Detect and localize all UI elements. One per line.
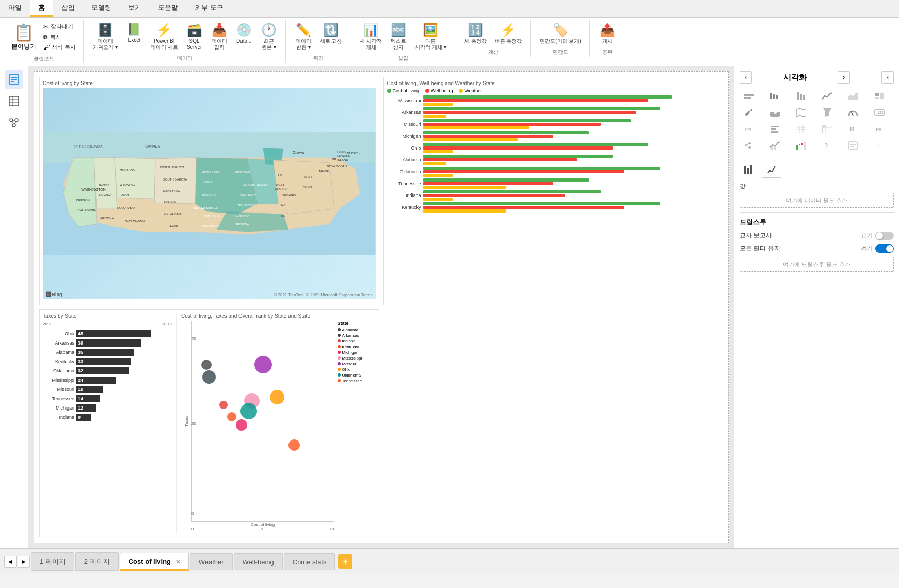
- tab-page-2[interactable]: 2 페이지: [75, 552, 119, 571]
- viz-waterfall[interactable]: [792, 138, 810, 153]
- viz-r-script[interactable]: R: [844, 122, 862, 136]
- bubble-dot: [270, 390, 284, 404]
- svg-text:WEST: WEST: [276, 183, 285, 186]
- map-chart[interactable]: Cost of living by State: [39, 77, 379, 305]
- ribbon-tab-view[interactable]: 보기: [120, 0, 150, 17]
- ribbon-group-share: 📤 게시 공유: [591, 20, 624, 57]
- viz-kpi[interactable]: KPI: [740, 122, 758, 136]
- viz-funnel[interactable]: [818, 105, 837, 120]
- format-visual-icon[interactable]: [762, 161, 781, 178]
- viz-ellipsis[interactable]: ···: [870, 138, 889, 153]
- bubble-legend-item: Tennessee: [338, 379, 376, 383]
- transform-data-button[interactable]: ✏️ 데이터변환 ▾: [292, 21, 315, 53]
- ribbon-tab-insert[interactable]: 삽입: [53, 0, 83, 17]
- viz-qa[interactable]: ?: [818, 138, 837, 153]
- get-data-button[interactable]: 🗄️ 데이터가져오기 ▾: [90, 21, 121, 53]
- viz-map[interactable]: [792, 105, 810, 120]
- taxes-chart[interactable]: Taxes by State 20% 100% Ohio 45 Arkansas…: [39, 309, 379, 538]
- refresh-button[interactable]: 🔃 새로 고침: [317, 21, 345, 46]
- sql-button[interactable]: 🗃️ SQLServer: [183, 21, 206, 53]
- svg-text:MISSISSIPPI: MISSISSIPPI: [201, 224, 220, 227]
- tab-close-button[interactable]: ✕: [176, 559, 180, 565]
- add-tab-button[interactable]: +: [338, 554, 352, 569]
- panel-collapse-button[interactable]: ‹: [881, 71, 894, 84]
- data-input-button[interactable]: 📥 데이터입력: [208, 21, 231, 53]
- copy-button[interactable]: ⧉ 복사: [41, 32, 78, 42]
- tab-page-1[interactable]: 1 페이지: [31, 552, 74, 571]
- sensitivity-button[interactable]: 🏷️ 민감도(미리 보기): [537, 21, 584, 46]
- svg-rect-86: [771, 128, 776, 130]
- panel-prev-button[interactable]: ‹: [740, 71, 752, 84]
- excel-icon: 📗: [127, 23, 141, 36]
- viz-card[interactable]: 123: [870, 105, 889, 120]
- svg-point-117: [769, 170, 771, 172]
- drill-field-add[interactable]: 여기에 드릴스루 필드 추가: [740, 257, 894, 272]
- viz-slicer[interactable]: [766, 122, 784, 136]
- viz-table[interactable]: [792, 122, 810, 136]
- svg-line-103: [747, 145, 749, 148]
- bar-state-label: Indiana: [387, 193, 423, 198]
- ribbon-tab-file[interactable]: 파일: [0, 0, 30, 17]
- dataverse-button[interactable]: 💿 Data...: [233, 21, 255, 46]
- bar-state-label: Alabama: [387, 157, 423, 162]
- svg-rect-68: [797, 92, 799, 100]
- keep-filters-toggle[interactable]: [875, 244, 894, 253]
- textbox-button[interactable]: 🔤 텍스트상자: [387, 21, 410, 53]
- svg-rect-67: [776, 95, 778, 99]
- bubble-legend-item: Michigan: [338, 350, 376, 355]
- tab-crime-stats[interactable]: Crime stats: [284, 553, 335, 570]
- recent-sources-button[interactable]: 🕐 최근원본 ▾: [258, 21, 280, 53]
- viz-area[interactable]: [844, 89, 862, 103]
- viz-line[interactable]: [818, 89, 837, 103]
- tab-weather[interactable]: Weather: [190, 553, 233, 570]
- viz-gauge[interactable]: [844, 105, 862, 120]
- paste-button[interactable]: 📋 붙여넣기: [9, 21, 38, 53]
- viz-scatter[interactable]: [740, 105, 758, 120]
- other-visual-icon: 🖼️: [423, 23, 438, 37]
- sidebar-report-icon[interactable]: [5, 70, 23, 89]
- bar-chart[interactable]: Cost of living, Well-being and Weather b…: [383, 77, 724, 305]
- tab-next-button[interactable]: ▶: [18, 556, 30, 568]
- bar-state-label: Kentucky: [387, 205, 423, 210]
- tab-cost-of-living[interactable]: Cost of living ✕: [120, 553, 189, 571]
- panel-title: 시각화: [783, 73, 807, 83]
- tab-prev-button[interactable]: ◀: [4, 556, 17, 568]
- quick-measure-button[interactable]: ⚡ 빠른 측정값: [492, 21, 525, 46]
- publish-button[interactable]: 📤 게시: [596, 21, 619, 46]
- tab-wellbeing[interactable]: Well-being: [234, 553, 283, 570]
- viz-stacked-bar[interactable]: [740, 89, 758, 103]
- svg-rect-70: [803, 95, 805, 100]
- cross-report-toggle[interactable]: [875, 232, 894, 240]
- sidebar-data-icon[interactable]: [5, 92, 23, 110]
- data-field-add[interactable]: 여기에 데이터 필드 추가: [740, 193, 894, 208]
- viz-line-bar[interactable]: [766, 138, 784, 153]
- svg-rect-106: [796, 145, 798, 150]
- viz-stacked-column[interactable]: [792, 89, 810, 103]
- ribbon-tab-help[interactable]: 도움말: [150, 0, 186, 17]
- svg-text:NORTH DAKOTA: NORTH DAKOTA: [160, 166, 185, 169]
- sidebar-model-icon[interactable]: [5, 113, 23, 132]
- viz-matrix[interactable]: [818, 122, 837, 136]
- svg-text:MINNESOTA: MINNESOTA: [201, 171, 219, 174]
- build-visual-icon[interactable]: [740, 161, 758, 178]
- bar-state-label: Arkansas: [387, 110, 423, 115]
- ribbon-tab-external[interactable]: 외부 도구: [186, 0, 232, 17]
- cut-button[interactable]: ✂ 잘라내기: [41, 22, 78, 31]
- viz-clustered-bar[interactable]: [766, 89, 784, 103]
- new-visual-button[interactable]: 📊 새 시각적개체: [357, 21, 385, 53]
- svg-text:OKLAHOMA: OKLAHOMA: [164, 213, 182, 216]
- ribbon-tab-home[interactable]: 홈: [30, 0, 53, 17]
- other-visual-button[interactable]: 🖼️ 다른시각적 개체 ▾: [412, 21, 450, 53]
- ribbon-tab-modeling[interactable]: 모델링: [83, 0, 120, 17]
- viz-python[interactable]: Py: [870, 122, 889, 136]
- new-measure-button[interactable]: 🔢 새 측정값: [461, 21, 490, 46]
- viz-smart-narrative[interactable]: [844, 138, 862, 153]
- viz-more[interactable]: [870, 89, 889, 103]
- format-copy-button[interactable]: 🖌 서식 복사: [41, 42, 78, 52]
- powerbi-dataset-button[interactable]: ⚡ Power BI데이터 세트: [148, 21, 181, 53]
- refresh-icon: 🔃: [323, 23, 339, 37]
- viz-decomp-tree[interactable]: [740, 138, 758, 153]
- viz-pie[interactable]: [766, 105, 784, 120]
- excel-button[interactable]: 📗 Excel: [123, 21, 146, 45]
- panel-next-button[interactable]: ›: [838, 71, 850, 84]
